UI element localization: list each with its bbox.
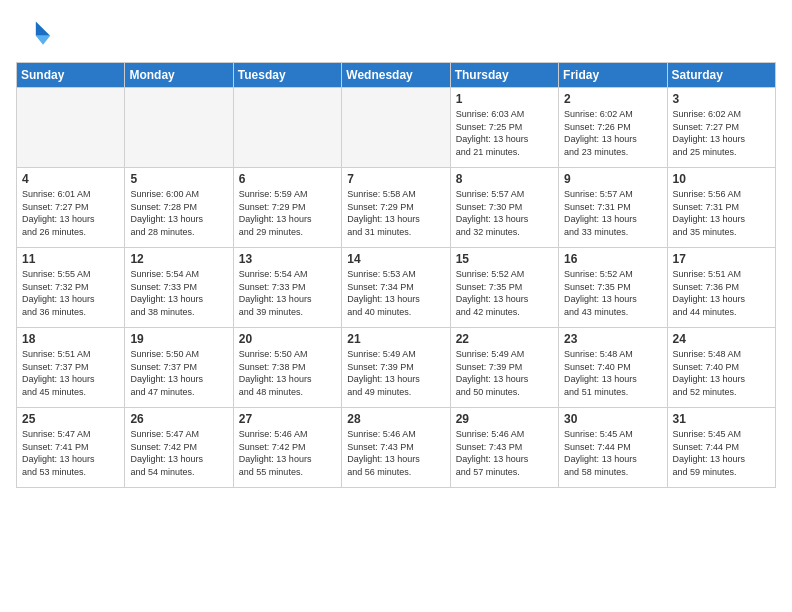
day-number: 21 xyxy=(347,332,444,346)
day-info: Sunrise: 5:49 AMSunset: 7:39 PMDaylight:… xyxy=(347,348,444,398)
logo xyxy=(16,16,56,52)
day-info: Sunrise: 5:56 AMSunset: 7:31 PMDaylight:… xyxy=(673,188,770,238)
day-info: Sunrise: 5:51 AMSunset: 7:36 PMDaylight:… xyxy=(673,268,770,318)
day-info: Sunrise: 5:48 AMSunset: 7:40 PMDaylight:… xyxy=(673,348,770,398)
day-number: 20 xyxy=(239,332,336,346)
calendar-day-30: 30Sunrise: 5:45 AMSunset: 7:44 PMDayligh… xyxy=(559,408,667,488)
day-number: 24 xyxy=(673,332,770,346)
calendar-day-empty xyxy=(125,88,233,168)
day-number: 5 xyxy=(130,172,227,186)
calendar-day-5: 5Sunrise: 6:00 AMSunset: 7:28 PMDaylight… xyxy=(125,168,233,248)
calendar-week-3: 11Sunrise: 5:55 AMSunset: 7:32 PMDayligh… xyxy=(17,248,776,328)
calendar-day-31: 31Sunrise: 5:45 AMSunset: 7:44 PMDayligh… xyxy=(667,408,775,488)
day-number: 14 xyxy=(347,252,444,266)
day-info: Sunrise: 5:52 AMSunset: 7:35 PMDaylight:… xyxy=(456,268,553,318)
svg-marker-0 xyxy=(36,21,50,35)
calendar-day-23: 23Sunrise: 5:48 AMSunset: 7:40 PMDayligh… xyxy=(559,328,667,408)
day-info: Sunrise: 5:54 AMSunset: 7:33 PMDaylight:… xyxy=(130,268,227,318)
calendar-day-16: 16Sunrise: 5:52 AMSunset: 7:35 PMDayligh… xyxy=(559,248,667,328)
day-number: 25 xyxy=(22,412,119,426)
weekday-header-monday: Monday xyxy=(125,63,233,88)
day-info: Sunrise: 6:00 AMSunset: 7:28 PMDaylight:… xyxy=(130,188,227,238)
day-number: 9 xyxy=(564,172,661,186)
day-number: 1 xyxy=(456,92,553,106)
day-info: Sunrise: 5:45 AMSunset: 7:44 PMDaylight:… xyxy=(564,428,661,478)
day-info: Sunrise: 5:47 AMSunset: 7:42 PMDaylight:… xyxy=(130,428,227,478)
day-number: 19 xyxy=(130,332,227,346)
calendar-day-20: 20Sunrise: 5:50 AMSunset: 7:38 PMDayligh… xyxy=(233,328,341,408)
weekday-header-saturday: Saturday xyxy=(667,63,775,88)
calendar-day-13: 13Sunrise: 5:54 AMSunset: 7:33 PMDayligh… xyxy=(233,248,341,328)
day-info: Sunrise: 5:48 AMSunset: 7:40 PMDaylight:… xyxy=(564,348,661,398)
day-info: Sunrise: 5:46 AMSunset: 7:42 PMDaylight:… xyxy=(239,428,336,478)
day-info: Sunrise: 5:59 AMSunset: 7:29 PMDaylight:… xyxy=(239,188,336,238)
calendar-day-empty xyxy=(342,88,450,168)
day-number: 28 xyxy=(347,412,444,426)
day-info: Sunrise: 5:55 AMSunset: 7:32 PMDaylight:… xyxy=(22,268,119,318)
calendar-day-26: 26Sunrise: 5:47 AMSunset: 7:42 PMDayligh… xyxy=(125,408,233,488)
calendar-day-10: 10Sunrise: 5:56 AMSunset: 7:31 PMDayligh… xyxy=(667,168,775,248)
page-header xyxy=(16,16,776,52)
calendar-day-28: 28Sunrise: 5:46 AMSunset: 7:43 PMDayligh… xyxy=(342,408,450,488)
day-info: Sunrise: 5:52 AMSunset: 7:35 PMDaylight:… xyxy=(564,268,661,318)
day-number: 10 xyxy=(673,172,770,186)
calendar-day-25: 25Sunrise: 5:47 AMSunset: 7:41 PMDayligh… xyxy=(17,408,125,488)
calendar-day-12: 12Sunrise: 5:54 AMSunset: 7:33 PMDayligh… xyxy=(125,248,233,328)
calendar-week-5: 25Sunrise: 5:47 AMSunset: 7:41 PMDayligh… xyxy=(17,408,776,488)
day-info: Sunrise: 5:54 AMSunset: 7:33 PMDaylight:… xyxy=(239,268,336,318)
weekday-header-wednesday: Wednesday xyxy=(342,63,450,88)
day-number: 12 xyxy=(130,252,227,266)
calendar-day-2: 2Sunrise: 6:02 AMSunset: 7:26 PMDaylight… xyxy=(559,88,667,168)
day-info: Sunrise: 5:58 AMSunset: 7:29 PMDaylight:… xyxy=(347,188,444,238)
calendar-day-29: 29Sunrise: 5:46 AMSunset: 7:43 PMDayligh… xyxy=(450,408,558,488)
day-number: 18 xyxy=(22,332,119,346)
calendar-table: SundayMondayTuesdayWednesdayThursdayFrid… xyxy=(16,62,776,488)
calendar-day-9: 9Sunrise: 5:57 AMSunset: 7:31 PMDaylight… xyxy=(559,168,667,248)
day-info: Sunrise: 6:02 AMSunset: 7:27 PMDaylight:… xyxy=(673,108,770,158)
day-info: Sunrise: 5:57 AMSunset: 7:31 PMDaylight:… xyxy=(564,188,661,238)
day-number: 2 xyxy=(564,92,661,106)
day-number: 11 xyxy=(22,252,119,266)
day-info: Sunrise: 5:50 AMSunset: 7:37 PMDaylight:… xyxy=(130,348,227,398)
calendar-day-19: 19Sunrise: 5:50 AMSunset: 7:37 PMDayligh… xyxy=(125,328,233,408)
calendar-week-1: 1Sunrise: 6:03 AMSunset: 7:25 PMDaylight… xyxy=(17,88,776,168)
calendar-day-18: 18Sunrise: 5:51 AMSunset: 7:37 PMDayligh… xyxy=(17,328,125,408)
calendar-day-11: 11Sunrise: 5:55 AMSunset: 7:32 PMDayligh… xyxy=(17,248,125,328)
calendar-day-6: 6Sunrise: 5:59 AMSunset: 7:29 PMDaylight… xyxy=(233,168,341,248)
day-number: 15 xyxy=(456,252,553,266)
day-info: Sunrise: 5:47 AMSunset: 7:41 PMDaylight:… xyxy=(22,428,119,478)
calendar-week-2: 4Sunrise: 6:01 AMSunset: 7:27 PMDaylight… xyxy=(17,168,776,248)
weekday-header-tuesday: Tuesday xyxy=(233,63,341,88)
day-info: Sunrise: 5:51 AMSunset: 7:37 PMDaylight:… xyxy=(22,348,119,398)
calendar-day-empty xyxy=(233,88,341,168)
calendar-day-4: 4Sunrise: 6:01 AMSunset: 7:27 PMDaylight… xyxy=(17,168,125,248)
calendar-day-14: 14Sunrise: 5:53 AMSunset: 7:34 PMDayligh… xyxy=(342,248,450,328)
day-number: 8 xyxy=(456,172,553,186)
calendar-day-22: 22Sunrise: 5:49 AMSunset: 7:39 PMDayligh… xyxy=(450,328,558,408)
svg-marker-1 xyxy=(36,36,50,45)
calendar-day-3: 3Sunrise: 6:02 AMSunset: 7:27 PMDaylight… xyxy=(667,88,775,168)
day-number: 17 xyxy=(673,252,770,266)
calendar-day-15: 15Sunrise: 5:52 AMSunset: 7:35 PMDayligh… xyxy=(450,248,558,328)
day-info: Sunrise: 5:46 AMSunset: 7:43 PMDaylight:… xyxy=(456,428,553,478)
day-number: 3 xyxy=(673,92,770,106)
calendar-day-empty xyxy=(17,88,125,168)
calendar-day-21: 21Sunrise: 5:49 AMSunset: 7:39 PMDayligh… xyxy=(342,328,450,408)
weekday-header-thursday: Thursday xyxy=(450,63,558,88)
calendar-day-17: 17Sunrise: 5:51 AMSunset: 7:36 PMDayligh… xyxy=(667,248,775,328)
day-info: Sunrise: 6:03 AMSunset: 7:25 PMDaylight:… xyxy=(456,108,553,158)
day-info: Sunrise: 6:01 AMSunset: 7:27 PMDaylight:… xyxy=(22,188,119,238)
calendar-day-7: 7Sunrise: 5:58 AMSunset: 7:29 PMDaylight… xyxy=(342,168,450,248)
weekday-header-friday: Friday xyxy=(559,63,667,88)
day-number: 6 xyxy=(239,172,336,186)
day-number: 4 xyxy=(22,172,119,186)
day-number: 31 xyxy=(673,412,770,426)
day-number: 29 xyxy=(456,412,553,426)
day-number: 13 xyxy=(239,252,336,266)
day-number: 27 xyxy=(239,412,336,426)
day-number: 7 xyxy=(347,172,444,186)
weekday-header-sunday: Sunday xyxy=(17,63,125,88)
calendar-day-1: 1Sunrise: 6:03 AMSunset: 7:25 PMDaylight… xyxy=(450,88,558,168)
day-info: Sunrise: 5:49 AMSunset: 7:39 PMDaylight:… xyxy=(456,348,553,398)
day-number: 30 xyxy=(564,412,661,426)
